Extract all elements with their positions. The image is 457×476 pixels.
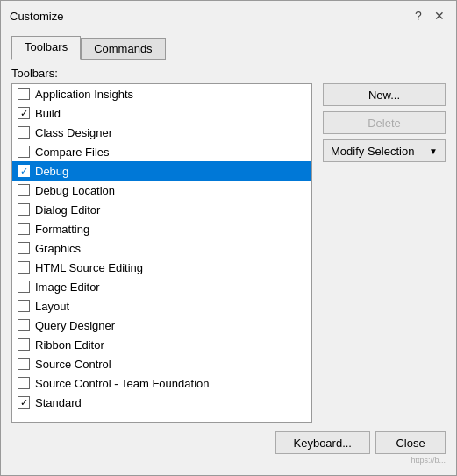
toolbar-checkbox[interactable] xyxy=(18,126,30,139)
bottom-bar: Keyboard... Close xyxy=(11,431,446,454)
dialog-title: Customize xyxy=(10,10,63,23)
toolbar-checkbox[interactable] xyxy=(18,88,30,100)
toolbar-label: Build xyxy=(35,107,61,120)
toolbar-checkbox[interactable] xyxy=(18,165,30,177)
customize-dialog: Customize ? ✕ Toolbars Commands Toolbars… xyxy=(0,0,457,476)
toolbar-label: Ribbon Editor xyxy=(35,338,104,352)
toolbar-checkbox[interactable] xyxy=(18,107,30,119)
toolbar-checkbox[interactable] xyxy=(18,358,30,370)
toolbar-checkbox[interactable] xyxy=(18,281,30,293)
toolbar-label: HTML Source Editing xyxy=(35,261,143,274)
modify-selection-button[interactable]: Modify Selection ▼ xyxy=(323,139,446,162)
list-item[interactable]: Debug xyxy=(12,161,311,181)
list-item[interactable]: HTML Source Editing xyxy=(12,258,311,277)
toolbar-checkbox[interactable] xyxy=(18,203,30,216)
close-window-button[interactable]: ✕ xyxy=(430,6,449,25)
list-item[interactable]: Graphics xyxy=(12,238,311,258)
list-item[interactable]: Formatting xyxy=(12,219,311,238)
toolbar-list-container: Application InsightsBuildClass DesignerC… xyxy=(11,83,312,423)
toolbar-label: Layout xyxy=(35,300,69,313)
help-button[interactable]: ? xyxy=(409,6,428,25)
list-item[interactable]: Source Control xyxy=(12,354,311,373)
toolbar-checkbox[interactable] xyxy=(18,300,30,312)
toolbar-label: Source Control xyxy=(35,358,111,371)
toolbar-checkbox[interactable] xyxy=(18,338,30,351)
tab-bar: Toolbars Commands xyxy=(11,36,446,60)
toolbar-checkbox[interactable] xyxy=(18,377,30,389)
toolbar-label: Image Editor xyxy=(35,281,100,294)
tab-commands[interactable]: Commands xyxy=(81,38,165,60)
toolbar-checkbox[interactable] xyxy=(18,242,30,254)
toolbar-label: Graphics xyxy=(35,242,81,255)
toolbars-label: Toolbars: xyxy=(11,67,446,80)
list-item[interactable]: Query Designer xyxy=(12,316,311,335)
toolbar-label: Debug Location xyxy=(35,184,115,197)
title-bar: Customize ? ✕ xyxy=(1,1,456,29)
toolbar-label: Formatting xyxy=(35,223,89,236)
dialog-content: Toolbars Commands Toolbars: Application … xyxy=(1,29,456,475)
toolbar-label: Application Insights xyxy=(35,88,133,101)
toolbar-label: Query Designer xyxy=(35,319,115,332)
toolbar-checkbox[interactable] xyxy=(18,223,30,235)
right-panel: New... Delete Modify Selection ▼ xyxy=(323,83,446,423)
close-button[interactable]: Close xyxy=(375,431,446,454)
toolbar-label: Compare Files xyxy=(35,146,110,159)
list-item[interactable]: Application Insights xyxy=(12,84,311,103)
list-item[interactable]: Source Control - Team Foundation xyxy=(12,373,311,393)
toolbar-label: Class Designer xyxy=(35,126,112,139)
toolbar-checkbox[interactable] xyxy=(18,184,30,196)
list-item[interactable]: Image Editor xyxy=(12,277,311,296)
new-button[interactable]: New... xyxy=(323,83,446,106)
watermark: https://b... xyxy=(11,456,446,465)
list-item[interactable]: Layout xyxy=(12,296,311,316)
toolbar-label: Standard xyxy=(35,396,82,409)
list-item[interactable]: Build xyxy=(12,103,311,123)
delete-button[interactable]: Delete xyxy=(323,111,446,134)
list-item[interactable]: Ribbon Editor xyxy=(12,335,311,354)
title-bar-controls: ? ✕ xyxy=(409,6,449,25)
toolbar-list[interactable]: Application InsightsBuildClass DesignerC… xyxy=(12,84,311,422)
keyboard-button[interactable]: Keyboard... xyxy=(275,431,371,454)
toolbar-checkbox[interactable] xyxy=(18,146,30,158)
toolbar-label: Debug xyxy=(35,165,68,178)
toolbar-checkbox[interactable] xyxy=(18,261,30,274)
toolbar-checkbox[interactable] xyxy=(18,396,30,409)
list-item[interactable]: Standard xyxy=(12,393,311,412)
list-item[interactable]: Compare Files xyxy=(12,142,311,161)
toolbar-checkbox[interactable] xyxy=(18,319,30,331)
main-area: Application InsightsBuildClass DesignerC… xyxy=(11,83,446,423)
toolbar-label: Dialog Editor xyxy=(35,203,100,217)
toolbar-label: Source Control - Team Foundation xyxy=(35,377,209,390)
list-item[interactable]: Dialog Editor xyxy=(12,200,311,219)
tab-toolbars[interactable]: Toolbars xyxy=(11,36,81,60)
list-item[interactable]: Debug Location xyxy=(12,181,311,200)
modify-selection-arrow: ▼ xyxy=(429,146,438,156)
list-item[interactable]: Class Designer xyxy=(12,123,311,142)
